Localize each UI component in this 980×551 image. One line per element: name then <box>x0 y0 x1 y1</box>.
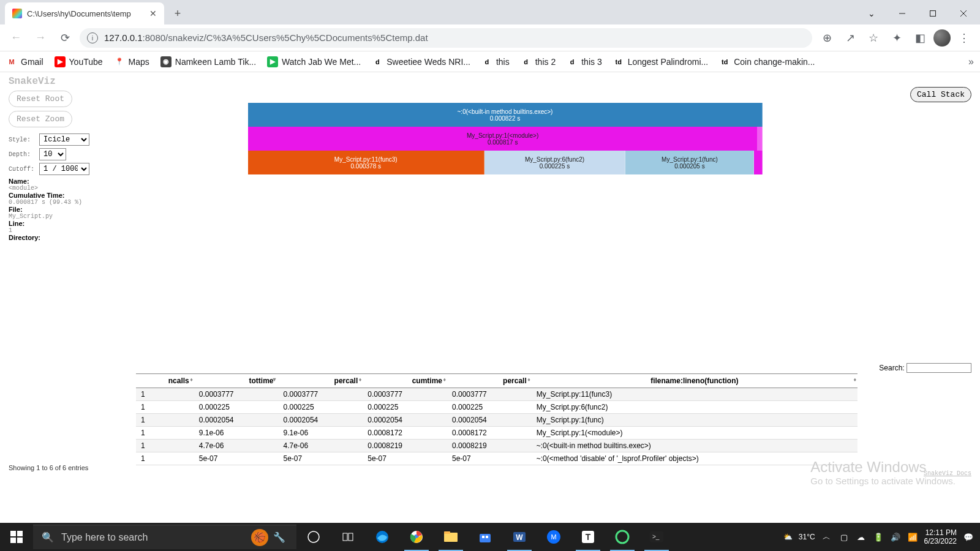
icicle-cell-root[interactable]: ~:0(<built-in method builtins.exec>) 0.0… <box>248 103 763 127</box>
search-input[interactable] <box>907 363 971 373</box>
new-tab-button[interactable]: + <box>168 4 187 23</box>
timeline-icon[interactable] <box>331 523 365 551</box>
table-header[interactable]: percall♦ <box>279 374 363 388</box>
icicle-cell-func3[interactable]: My_Script.py:11(func3) 0.000378 s <box>248 151 484 174</box>
edge-icon[interactable] <box>365 523 399 551</box>
style-select[interactable]: Icicle <box>39 133 89 146</box>
bookmarks-overflow-icon[interactable]: » <box>968 56 974 67</box>
icicle-cell-func[interactable]: My_Script.py:1(func) 0.000205 s <box>625 151 754 174</box>
snakeviz-docs-link[interactable]: SnakeViz Docs <box>924 470 971 477</box>
table-row[interactable]: 10.00037770.00037770.00037770.0003777My_… <box>136 388 858 401</box>
bookmark-label: Coin change-makin... <box>734 57 815 67</box>
bookmark-icon: d <box>481 56 492 67</box>
notifications-icon[interactable]: 💬 <box>963 531 974 542</box>
table-cell: 4.7e-06 <box>279 440 363 452</box>
table-cell: 0.0008172 <box>447 427 532 440</box>
reset-root-button[interactable]: Reset Root <box>9 91 72 107</box>
app-icon-green[interactable] <box>605 523 639 551</box>
minimize-button[interactable] <box>888 4 916 23</box>
cutoff-select[interactable]: 1 / 1000 <box>39 163 89 175</box>
reset-zoom-button[interactable]: Reset Zoom <box>9 111 72 127</box>
profile-avatar[interactable] <box>933 29 951 47</box>
bookmark-item[interactable]: 📍Maps <box>114 56 149 67</box>
bookmark-item[interactable]: dSweetiee Weds NRI... <box>372 56 470 67</box>
share-icon[interactable]: ↗ <box>840 28 860 48</box>
terminal-icon[interactable]: >_ <box>639 523 674 551</box>
table-header[interactable]: tottime▼ <box>194 374 279 388</box>
reload-button[interactable]: ⟳ <box>55 28 75 48</box>
bookmark-icon: ▶ <box>267 56 278 67</box>
table-header[interactable]: percall♦ <box>447 374 532 388</box>
address-bar[interactable]: i 127.0.0.1:8080/snakeviz/C%3A%5CUsers%5… <box>80 28 812 48</box>
bookmark-star-icon[interactable]: ☆ <box>864 28 883 48</box>
icicle-cell-func2[interactable]: My_Script.py:6(func2) 0.000225 s <box>484 151 626 174</box>
explorer-icon[interactable] <box>434 523 468 551</box>
table-header[interactable]: ncalls♦ <box>136 374 194 388</box>
table-cell: 5e-07 <box>363 452 447 465</box>
svg-rect-18 <box>486 536 488 538</box>
info-cumtime-val: 0.000817 s (99.43 %) <box>9 199 971 206</box>
app-icon-blue[interactable]: M <box>537 523 571 551</box>
table-cell: 0.0003777 <box>279 388 363 401</box>
word-icon[interactable]: W <box>502 523 537 551</box>
tray-chevron-icon[interactable]: ︿ <box>821 531 832 542</box>
app-icon-t[interactable]: T <box>571 523 605 551</box>
battery-icon[interactable]: 🔋 <box>873 531 884 542</box>
forward-button[interactable]: → <box>31 28 50 48</box>
extensions-icon[interactable]: ✦ <box>887 28 907 48</box>
info-line-key: Line: <box>9 220 24 227</box>
close-window-button[interactable] <box>949 4 978 23</box>
table-row[interactable]: 10.00020540.00020540.00020540.0002054My_… <box>136 414 858 427</box>
table-header[interactable]: filename:lineno(function)♦ <box>532 374 858 388</box>
table-row[interactable]: 10.0002250.0002250.0002250.000225My_Scri… <box>136 401 858 414</box>
bookmark-item[interactable]: ◉Namkeen Lamb Tik... <box>160 56 256 67</box>
site-info-icon[interactable]: i <box>87 32 98 43</box>
bookmark-label: this 2 <box>535 57 556 67</box>
back-button[interactable]: ← <box>6 28 26 48</box>
table-header[interactable]: cumtime♦ <box>363 374 447 388</box>
search-highlight-icon: 🏀 <box>251 529 268 546</box>
clock[interactable]: 12:11 PM 6/23/2022 <box>924 528 957 546</box>
tab-search-icon[interactable]: ⌄ <box>858 4 886 23</box>
weather-temp[interactable]: 31°C <box>799 533 815 541</box>
sidepanel-icon[interactable]: ◧ <box>910 28 930 48</box>
bookmark-icon: td <box>613 56 624 67</box>
bookmark-item[interactable]: tdCoin change-makin... <box>719 56 815 67</box>
maximize-button[interactable] <box>919 4 947 23</box>
bookmark-item[interactable]: ▶YouTube <box>55 56 103 67</box>
table-row[interactable]: 14.7e-064.7e-060.00082190.0008219~:0(<bu… <box>136 440 858 452</box>
bookmark-item[interactable]: dthis <box>481 56 510 67</box>
taskbar-search[interactable]: 🔍 Type here to search 🏀 🔧 <box>33 525 296 549</box>
bookmark-item[interactable]: dthis 2 <box>521 56 556 67</box>
start-button[interactable] <box>0 523 33 551</box>
svg-rect-1 <box>930 11 936 17</box>
bookmark-item[interactable]: ▶Watch Jab We Met... <box>267 56 361 67</box>
call-stack-button[interactable]: Call Stack <box>910 87 971 102</box>
chrome-menu-icon[interactable]: ⋮ <box>954 28 974 48</box>
table-cell: My_Script.py:1(<module>) <box>532 427 858 440</box>
icicle-cell-module[interactable]: My_Script.py:1(<module>) 0.000817 s <box>248 127 758 151</box>
stats-table: ncalls♦tottime▼percall♦cumtime♦percall♦f… <box>136 373 858 465</box>
icicle-cell-sliver[interactable] <box>758 127 763 151</box>
store-icon[interactable] <box>468 523 502 551</box>
bookmark-item[interactable]: dthis 3 <box>567 56 601 67</box>
bookmark-label: this 3 <box>581 57 601 67</box>
depth-select[interactable]: 10 <box>39 148 66 160</box>
bookmark-item[interactable]: MGmail <box>6 56 43 67</box>
meet-now-icon[interactable]: ▢ <box>839 531 850 542</box>
zoom-icon[interactable]: ⊕ <box>817 28 837 48</box>
svg-rect-7 <box>17 538 23 543</box>
close-tab-icon[interactable]: ✕ <box>149 9 157 18</box>
onedrive-icon[interactable]: ☁ <box>856 531 867 542</box>
table-row[interactable]: 15e-075e-075e-075e-07~:0(<method 'disabl… <box>136 452 858 465</box>
weather-icon[interactable]: ⛅ <box>783 533 793 541</box>
icicle-cell-sliver2[interactable] <box>754 151 763 174</box>
table-cell: 4.7e-06 <box>194 440 279 452</box>
table-row[interactable]: 19.1e-069.1e-060.00081720.0008172My_Scri… <box>136 427 858 440</box>
task-view-icon[interactable] <box>296 523 331 551</box>
chrome-icon[interactable] <box>399 523 434 551</box>
volume-icon[interactable]: 🔊 <box>890 531 901 542</box>
bookmark-item[interactable]: tdLongest Palindromi... <box>613 56 709 67</box>
browser-tab[interactable]: C:\Users\hy\Documents\temp ✕ <box>5 2 164 24</box>
wifi-icon[interactable]: 📶 <box>907 531 918 542</box>
